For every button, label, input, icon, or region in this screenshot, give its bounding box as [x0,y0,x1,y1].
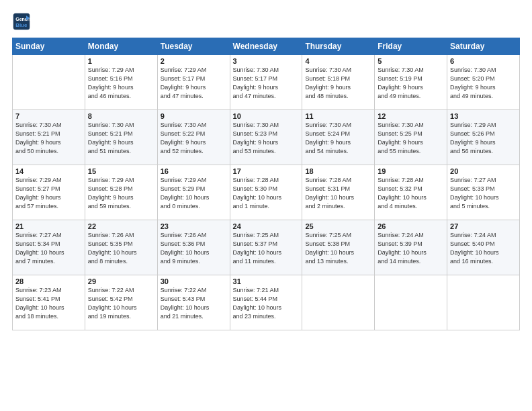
day-info: Sunrise: 7:30 AM Sunset: 5:25 PM Dayligh… [378,121,444,156]
day-cell: 24Sunrise: 7:25 AM Sunset: 5:37 PM Dayli… [230,220,302,275]
week-row-1: 1Sunrise: 7:29 AM Sunset: 5:16 PM Daylig… [13,55,520,110]
calendar-table: SundayMondayTuesdayWednesdayThursdayFrid… [12,38,520,330]
day-info: Sunrise: 7:28 AM Sunset: 5:32 PM Dayligh… [378,176,444,211]
day-info: Sunrise: 7:30 AM Sunset: 5:22 PM Dayligh… [161,121,227,156]
day-info: Sunrise: 7:24 AM Sunset: 5:40 PM Dayligh… [450,231,517,266]
weekday-saturday: Saturday [447,38,520,55]
day-cell: 3Sunrise: 7:30 AM Sunset: 5:17 PM Daylig… [230,55,302,110]
day-cell: 23Sunrise: 7:26 AM Sunset: 5:36 PM Dayli… [157,220,230,275]
day-info: Sunrise: 7:30 AM Sunset: 5:17 PM Dayligh… [233,66,300,101]
day-cell [375,275,447,330]
day-cell: 28Sunrise: 7:23 AM Sunset: 5:41 PM Dayli… [13,275,85,330]
day-cell: 21Sunrise: 7:27 AM Sunset: 5:34 PM Dayli… [13,220,85,275]
day-cell: 17Sunrise: 7:28 AM Sunset: 5:30 PM Dayli… [230,165,302,220]
day-cell: 26Sunrise: 7:24 AM Sunset: 5:39 PM Dayli… [375,220,447,275]
week-row-5: 28Sunrise: 7:23 AM Sunset: 5:41 PM Dayli… [13,275,520,330]
day-cell: 8Sunrise: 7:30 AM Sunset: 5:21 PM Daylig… [85,110,157,165]
day-number: 11 [305,112,371,120]
week-row-2: 7Sunrise: 7:30 AM Sunset: 5:21 PM Daylig… [13,110,520,165]
page: General Blue SundayMondayTuesdayWednesda… [0,0,532,411]
day-number: 6 [450,57,517,65]
day-cell: 2Sunrise: 7:29 AM Sunset: 5:17 PM Daylig… [157,55,230,110]
day-cell [13,55,85,110]
day-number: 23 [161,222,227,230]
day-info: Sunrise: 7:29 AM Sunset: 5:29 PM Dayligh… [161,176,227,211]
day-number: 19 [378,167,444,175]
day-cell: 14Sunrise: 7:29 AM Sunset: 5:27 PM Dayli… [13,165,85,220]
day-cell: 19Sunrise: 7:28 AM Sunset: 5:32 PM Dayli… [375,165,447,220]
day-cell: 10Sunrise: 7:30 AM Sunset: 5:23 PM Dayli… [230,110,302,165]
day-number: 18 [305,167,371,175]
day-number: 25 [305,222,371,230]
day-cell: 29Sunrise: 7:22 AM Sunset: 5:42 PM Dayli… [85,275,157,330]
day-cell: 11Sunrise: 7:30 AM Sunset: 5:24 PM Dayli… [302,110,375,165]
week-row-4: 21Sunrise: 7:27 AM Sunset: 5:34 PM Dayli… [13,220,520,275]
day-number: 9 [161,112,227,120]
day-info: Sunrise: 7:30 AM Sunset: 5:24 PM Dayligh… [305,121,371,156]
day-info: Sunrise: 7:30 AM Sunset: 5:23 PM Dayligh… [233,121,300,156]
day-info: Sunrise: 7:30 AM Sunset: 5:20 PM Dayligh… [450,66,517,101]
day-info: Sunrise: 7:23 AM Sunset: 5:41 PM Dayligh… [15,286,82,321]
day-cell: 30Sunrise: 7:22 AM Sunset: 5:43 PM Dayli… [157,275,230,330]
day-number: 5 [378,57,444,65]
day-number: 8 [88,112,154,120]
day-number: 1 [88,57,154,65]
day-cell: 22Sunrise: 7:26 AM Sunset: 5:35 PM Dayli… [85,220,157,275]
weekday-tuesday: Tuesday [157,38,230,55]
day-number: 20 [450,167,517,175]
day-number: 22 [88,222,154,230]
day-number: 28 [15,277,82,285]
day-number: 4 [305,57,371,65]
weekday-friday: Friday [375,38,447,55]
day-cell [302,275,375,330]
day-number: 16 [161,167,227,175]
logo-icon: General Blue [12,12,31,31]
weekday-monday: Monday [85,38,157,55]
day-info: Sunrise: 7:28 AM Sunset: 5:30 PM Dayligh… [233,176,300,211]
day-info: Sunrise: 7:29 AM Sunset: 5:27 PM Dayligh… [15,176,82,211]
day-cell: 1Sunrise: 7:29 AM Sunset: 5:16 PM Daylig… [85,55,157,110]
day-info: Sunrise: 7:25 AM Sunset: 5:38 PM Dayligh… [305,231,371,266]
day-number: 21 [15,222,82,230]
day-cell: 9Sunrise: 7:30 AM Sunset: 5:22 PM Daylig… [157,110,230,165]
day-info: Sunrise: 7:24 AM Sunset: 5:39 PM Dayligh… [378,231,444,266]
day-number: 24 [233,222,300,230]
day-number: 30 [161,277,227,285]
day-info: Sunrise: 7:25 AM Sunset: 5:37 PM Dayligh… [233,231,300,266]
day-number: 15 [88,167,154,175]
day-number: 29 [88,277,154,285]
day-info: Sunrise: 7:26 AM Sunset: 5:36 PM Dayligh… [161,231,227,266]
day-number: 12 [378,112,444,120]
header: General Blue [12,12,520,31]
weekday-sunday: Sunday [13,38,85,55]
day-number: 3 [233,57,300,65]
day-cell: 16Sunrise: 7:29 AM Sunset: 5:29 PM Dayli… [157,165,230,220]
day-cell [447,275,520,330]
day-info: Sunrise: 7:29 AM Sunset: 5:17 PM Dayligh… [161,66,227,101]
week-row-3: 14Sunrise: 7:29 AM Sunset: 5:27 PM Dayli… [13,165,520,220]
day-info: Sunrise: 7:30 AM Sunset: 5:21 PM Dayligh… [15,121,82,156]
day-cell: 7Sunrise: 7:30 AM Sunset: 5:21 PM Daylig… [13,110,85,165]
day-info: Sunrise: 7:28 AM Sunset: 5:31 PM Dayligh… [305,176,371,211]
day-cell: 25Sunrise: 7:25 AM Sunset: 5:38 PM Dayli… [302,220,375,275]
day-info: Sunrise: 7:29 AM Sunset: 5:28 PM Dayligh… [88,176,154,211]
day-number: 17 [233,167,300,175]
day-info: Sunrise: 7:30 AM Sunset: 5:18 PM Dayligh… [305,66,371,101]
day-number: 13 [450,112,517,120]
day-info: Sunrise: 7:29 AM Sunset: 5:26 PM Dayligh… [450,121,517,156]
day-number: 7 [15,112,82,120]
day-cell: 5Sunrise: 7:30 AM Sunset: 5:19 PM Daylig… [375,55,447,110]
day-cell: 18Sunrise: 7:28 AM Sunset: 5:31 PM Dayli… [302,165,375,220]
day-info: Sunrise: 7:22 AM Sunset: 5:42 PM Dayligh… [88,286,154,321]
day-number: 10 [233,112,300,120]
day-cell: 13Sunrise: 7:29 AM Sunset: 5:26 PM Dayli… [447,110,520,165]
day-number: 14 [15,167,82,175]
day-info: Sunrise: 7:27 AM Sunset: 5:34 PM Dayligh… [15,231,82,266]
day-number: 31 [233,277,300,285]
day-info: Sunrise: 7:22 AM Sunset: 5:43 PM Dayligh… [161,286,227,321]
day-info: Sunrise: 7:27 AM Sunset: 5:33 PM Dayligh… [450,176,517,211]
day-cell: 6Sunrise: 7:30 AM Sunset: 5:20 PM Daylig… [447,55,520,110]
weekday-wednesday: Wednesday [230,38,302,55]
day-info: Sunrise: 7:29 AM Sunset: 5:16 PM Dayligh… [88,66,154,101]
day-cell: 4Sunrise: 7:30 AM Sunset: 5:18 PM Daylig… [302,55,375,110]
